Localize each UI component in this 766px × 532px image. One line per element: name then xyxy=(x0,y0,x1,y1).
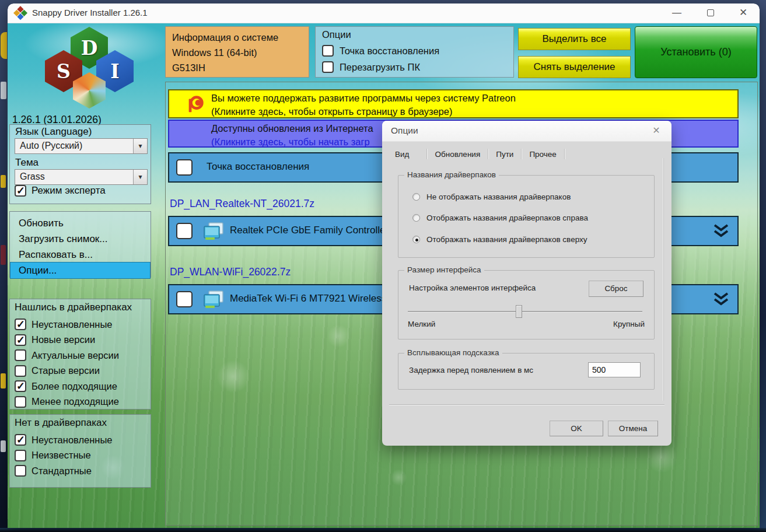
menu-item[interactable]: Распаковать в... xyxy=(11,247,150,262)
reset-button[interactable]: Сброс xyxy=(589,281,643,297)
maximize-button[interactable] xyxy=(698,4,723,23)
filter-checkbox-row[interactable]: ✓ Новые версии xyxy=(15,332,148,348)
ok-button[interactable]: OK xyxy=(550,421,603,436)
checkbox[interactable]: ✓ xyxy=(15,185,26,197)
checkbox[interactable]: ✓ xyxy=(15,450,26,461)
system-info-os: Windows 11 (64-bit) xyxy=(172,45,302,60)
filter-checkbox-row[interactable]: ✓ Неустановленные xyxy=(15,317,148,332)
check-icon: ✓ xyxy=(16,334,25,346)
restore-point-option[interactable]: Точка восстановления xyxy=(322,45,439,57)
quick-options-box: Опции Точка восстановления Перезагрузить… xyxy=(315,26,514,78)
close-button[interactable]: ✕ xyxy=(730,4,756,23)
language-label: Язык (Language) xyxy=(15,126,92,138)
restore-point-label: Точка восстановления xyxy=(207,161,309,173)
expert-mode-checkbox[interactable]: ✓ Режим эксперта xyxy=(15,185,106,197)
select-all-button[interactable]: Выделить все xyxy=(518,28,631,50)
system-info-model: G513IH xyxy=(172,60,302,75)
sdi-logo: D S I xyxy=(43,27,134,114)
patreon-line1: Вы можете поддержать развитие программы … xyxy=(211,93,516,103)
radio-option-names-right[interactable]: Отображать названия драйверпаков справа xyxy=(412,214,588,222)
driver-checkbox[interactable] xyxy=(176,223,193,239)
update-line2: (Кликните здесь, чтобы начать загр xyxy=(211,135,373,149)
dialog-tab[interactable]: Обновления xyxy=(427,150,488,159)
ui-size-slider[interactable] xyxy=(408,311,642,312)
device-name: MediaTek Wi-Fi 6 MT7921 Wireless L xyxy=(230,293,394,304)
filter-label: Неустановленные xyxy=(32,319,113,330)
checkbox[interactable]: ✓ xyxy=(15,396,26,408)
update-line1: Доступны обновления из Интернета xyxy=(211,123,373,134)
reboot-pc-option[interactable]: Перезагрузить ПК xyxy=(322,61,420,73)
checkbox[interactable]: ✓ xyxy=(15,380,26,392)
system-info-title: Информация о системе xyxy=(172,30,302,45)
cancel-button[interactable]: Отмена xyxy=(608,421,658,436)
filter-label: Стандартные xyxy=(32,466,92,477)
app-window: Snappy Driver Installer 1.26.1 — ✕ D S I… xyxy=(8,4,760,528)
filter-checkbox-row[interactable]: ✓ Старые версии xyxy=(15,363,148,379)
restore-point-checkbox[interactable] xyxy=(176,159,193,176)
check-icon: ✓ xyxy=(16,184,25,197)
checkbox[interactable] xyxy=(322,61,334,73)
radio-icon[interactable] xyxy=(412,193,420,201)
tooltip-delay-input[interactable] xyxy=(588,362,641,377)
checkbox[interactable]: ✓ xyxy=(15,434,26,446)
tooltip-group: Всплывающая подсказка Задержка перед поя… xyxy=(398,353,655,390)
install-button[interactable]: Установить (0) xyxy=(635,26,757,78)
checkbox[interactable]: ✓ xyxy=(15,365,26,377)
radio-label: Не отображать названия драйверпаков xyxy=(426,192,571,201)
slider-thumb[interactable] xyxy=(516,305,522,318)
radio-icon[interactable] xyxy=(412,236,420,243)
deselect-all-button[interactable]: Снять выделение xyxy=(518,56,631,78)
found-filter-list: ✓ Неустановленные ✓ Новые версии ✓ Актуа… xyxy=(15,317,148,410)
actions-panel: Обновить Загрузить снимок... Распаковать… xyxy=(9,211,151,278)
dropdown-arrow-icon[interactable]: ▾ xyxy=(133,170,147,184)
check-icon: ✓ xyxy=(16,318,25,331)
dropdown-arrow-icon[interactable]: ▾ xyxy=(133,139,147,153)
radio-label: Отображать названия драйверпаков справа xyxy=(426,214,588,222)
filter-checkbox-row[interactable]: ✓ Неизвестные xyxy=(15,448,148,464)
desktop-icon-fragment xyxy=(1,32,7,59)
checkbox[interactable]: ✓ xyxy=(15,318,26,330)
filter-label: Новые версии xyxy=(32,334,95,345)
filter-label: Более подходящие xyxy=(32,381,117,392)
check-icon: ✓ xyxy=(16,380,25,393)
check-icon: ✓ xyxy=(16,433,25,446)
checkbox[interactable]: ✓ xyxy=(15,349,26,361)
slider-min-label: Мелкий xyxy=(408,320,435,328)
filter-checkbox-row[interactable]: ✓ Более подходящие xyxy=(15,379,148,394)
options-dialog: Опции ✕ Вид Обновления Пути Прочее Назва… xyxy=(382,121,671,446)
dialog-tab[interactable]: Вид xyxy=(393,150,426,159)
filter-checkbox-row[interactable]: ✓ Актуальные версии xyxy=(15,348,148,363)
actions-menu: Обновить Загрузить снимок... Распаковать… xyxy=(11,215,150,278)
taskbar[interactable] xyxy=(0,528,766,532)
patreon-line2: (Кликните здесь, чтобы открыть страницу … xyxy=(211,105,516,118)
dialog-tabs: Вид Обновления Пути Прочее xyxy=(393,148,565,160)
dialog-tab[interactable]: Прочее xyxy=(522,150,564,159)
checkbox[interactable]: ✓ xyxy=(15,465,26,477)
patreon-banner[interactable]: Вы можете поддержать развитие программы … xyxy=(168,89,739,118)
radio-option-hide-names[interactable]: Не отображать названия драйверпаков xyxy=(412,192,571,201)
menu-item[interactable]: Загрузить снимок... xyxy=(11,231,150,247)
radio-option-names-top[interactable]: Отображать названия драйверпаков сверху xyxy=(412,235,587,244)
filter-checkbox-row[interactable]: ✓ Стандартные xyxy=(15,463,148,479)
filter-checkbox-row[interactable]: ✓ Неустановленные xyxy=(15,432,148,448)
theme-select[interactable]: Grass ▾ xyxy=(15,169,148,185)
checkbox[interactable] xyxy=(322,45,334,57)
pack-names-group-title: Названия драйверпаков xyxy=(404,170,499,179)
desktop-icon-fragment xyxy=(1,440,6,452)
chevron-double-down-icon[interactable] xyxy=(712,292,730,307)
update-banner-text: Доступны обновления из Интернета (Кликни… xyxy=(211,122,373,149)
dialog-titlebar: Опции ✕ xyxy=(382,121,671,142)
filter-label: Неустановленные xyxy=(32,435,113,446)
dialog-close-icon[interactable]: ✕ xyxy=(649,125,663,136)
chevron-double-down-icon[interactable] xyxy=(712,224,730,239)
checkbox[interactable]: ✓ xyxy=(15,334,26,346)
dialog-tab[interactable]: Пути xyxy=(488,150,521,159)
driver-checkbox[interactable] xyxy=(176,291,193,307)
minimize-button[interactable]: — xyxy=(664,4,690,23)
radio-icon[interactable] xyxy=(412,214,420,222)
filter-checkbox-row[interactable]: ✓ Менее подходящие xyxy=(15,394,148,410)
menu-item[interactable]: Обновить xyxy=(11,215,150,231)
patreon-icon xyxy=(186,94,205,114)
language-select[interactable]: Auto (Русский) ▾ xyxy=(15,138,148,154)
menu-item[interactable]: Опции... xyxy=(11,262,150,278)
